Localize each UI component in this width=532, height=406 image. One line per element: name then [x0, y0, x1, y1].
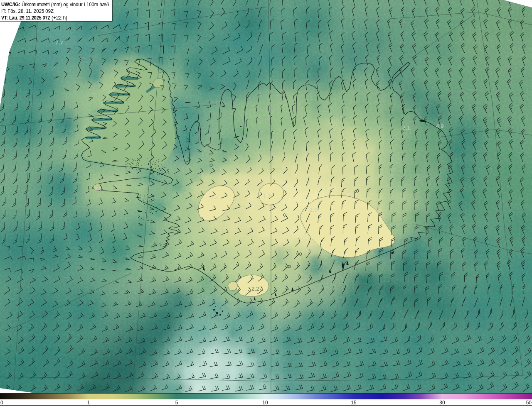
svg-text:2.2: 2.2: [251, 286, 259, 292]
svg-text:1: 1: [87, 400, 90, 406]
svg-text:2.1: 2.1: [94, 186, 102, 192]
svg-text:UWC/IG: Úrkomumætti (mm) og vi: UWC/IG: Úrkomumætti (mm) og vindur í 100…: [1, 1, 109, 7]
svg-text:2.1: 2.1: [402, 125, 410, 131]
svg-text:(+22 h): (+22 h): [52, 15, 67, 21]
svg-text:30: 30: [439, 400, 445, 406]
svg-text:15: 15: [351, 400, 357, 406]
svg-text:10: 10: [262, 400, 268, 406]
svg-text:VT: Lau. 29.11.2025 07Z: VT: Lau. 29.11.2025 07Z: [1, 15, 50, 21]
svg-text:1.2: 1.2: [263, 193, 271, 199]
svg-text:4.9: 4.9: [436, 123, 444, 129]
svg-text:50: 50: [526, 400, 532, 406]
svg-text:0: 0: [0, 400, 3, 406]
svg-text:5: 5: [175, 400, 178, 406]
svg-text:1.0: 1.0: [310, 207, 318, 213]
svg-text:IT: Fös. 28. 11. 2025 09Z: IT: Fös. 28. 11. 2025 09Z: [1, 8, 54, 14]
svg-text:7.7: 7.7: [55, 39, 63, 46]
svg-text:2.4: 2.4: [210, 195, 218, 201]
